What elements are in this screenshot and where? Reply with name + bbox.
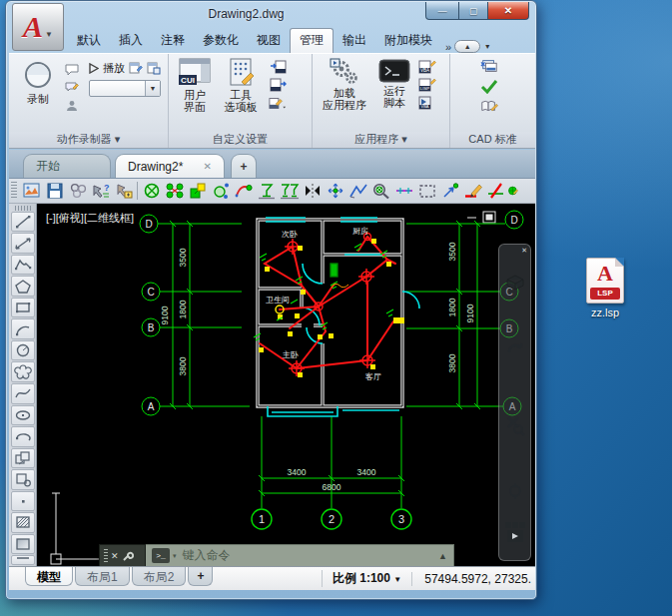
check-standards-icon[interactable] [480, 78, 498, 94]
command-history-icon[interactable]: ▲ [438, 551, 447, 561]
panel-title-applications[interactable]: 应用程序 ▾ [313, 132, 449, 148]
point-arrow-icon[interactable] [438, 181, 461, 202]
toolstrip-grip[interactable] [15, 206, 31, 211]
drawing-canvas[interactable]: [-][俯视][二维线框] [9, 204, 535, 566]
tab-addins[interactable]: 附加模块 [375, 29, 441, 53]
polyline-icon[interactable] [11, 255, 35, 276]
tool-palettes-button[interactable]: 工具 选项板 [219, 58, 263, 113]
tab-output[interactable]: 输出 [334, 29, 375, 53]
configure-standards-icon[interactable] [480, 58, 498, 74]
tab-overflow-icon[interactable]: » [445, 41, 449, 53]
glass-single-icon[interactable] [255, 181, 278, 202]
lamp-icon[interactable] [140, 181, 163, 202]
ribbon-minimize-caret-icon[interactable]: ▾ [485, 42, 489, 51]
ellipse-arc-icon[interactable] [11, 426, 35, 447]
assist-query-icon[interactable]: ? [89, 181, 112, 202]
macro-select-combobox[interactable]: ▼ [89, 80, 161, 97]
tab-close-icon[interactable]: ✕ [204, 161, 212, 172]
polygon-icon[interactable] [11, 276, 35, 297]
layout1-tab[interactable]: 布局1 [75, 567, 130, 586]
run-vba-macro-icon[interactable]: VBA [418, 95, 436, 111]
lisp-editor-icon[interactable]: LISP [418, 77, 436, 93]
circle-icon[interactable] [11, 340, 35, 361]
zoom-icon[interactable] [499, 414, 530, 440]
ribbon-minimize-button[interactable]: ▲ [454, 40, 480, 53]
rings-icon[interactable] [66, 181, 89, 202]
gradient-icon[interactable] [11, 534, 35, 555]
export-cui-icon[interactable] [269, 77, 287, 93]
layer-translator-icon[interactable] [480, 98, 498, 114]
spline-icon[interactable] [11, 383, 35, 404]
hatch-icon[interactable] [11, 512, 35, 533]
edit-pgp-icon[interactable] [269, 95, 287, 111]
command-input[interactable]: >_ ▾ 键入命令 ▲ [146, 544, 454, 566]
create-block-icon[interactable] [11, 469, 35, 490]
arc-node-icon[interactable] [232, 181, 255, 202]
model-tab[interactable]: 模型 [25, 567, 73, 586]
application-menu-button[interactable]: A ▼ [12, 3, 64, 51]
user-icon[interactable] [63, 98, 81, 114]
vba-manager-icon[interactable]: VBA [418, 59, 436, 75]
import-cui-icon[interactable] [269, 59, 287, 75]
assist-edit-icon[interactable] [112, 181, 135, 202]
tab-insert[interactable]: 插入 [110, 29, 152, 53]
insert-block-icon[interactable] [11, 448, 35, 469]
record-button[interactable]: 录制 [17, 60, 59, 105]
erase-wire-icon[interactable] [484, 181, 507, 202]
panel-title-customization[interactable]: 自定义设置 [169, 132, 312, 148]
prompt-caret-icon[interactable]: ▾ [173, 552, 177, 560]
lamp-array-icon[interactable] [163, 181, 186, 202]
play-label[interactable]: 播放 [103, 61, 125, 76]
panel-title-action-recorder[interactable]: 动作录制器 ▾ [9, 132, 168, 148]
bend-line-icon[interactable] [346, 181, 369, 202]
macro-edit-icon[interactable] [129, 62, 143, 75]
command-line-grip[interactable]: ✕ [99, 544, 146, 566]
mirror-icon[interactable] [301, 181, 324, 202]
arc-icon[interactable] [11, 318, 35, 339]
block-flag-icon[interactable] [186, 181, 209, 202]
rectangle-icon[interactable] [11, 298, 35, 318]
showmotion-icon[interactable] [499, 520, 530, 548]
tab-manage[interactable]: 管理 [290, 28, 334, 53]
command-close-icon[interactable]: ✕ [111, 551, 119, 561]
cad-image-icon[interactable] [20, 181, 43, 202]
pan-icon[interactable] [499, 340, 530, 364]
tab-default[interactable]: 默认 [68, 29, 110, 53]
navbar-close-icon[interactable]: ✕ [521, 247, 527, 255]
revision-cloud-icon[interactable] [11, 361, 35, 382]
user-interface-button[interactable]: CUI 用户 界面 [175, 58, 215, 113]
insert-message-icon[interactable] [63, 80, 81, 96]
panel-title-cad-standards[interactable]: CAD 标准 [450, 132, 535, 148]
navigation-bar[interactable]: ✕ [498, 244, 531, 561]
point-icon[interactable] [11, 491, 35, 512]
minimize-button[interactable]: — [425, 2, 459, 20]
glass-double-icon[interactable] [278, 181, 301, 202]
globe-edit-icon[interactable] [507, 181, 519, 202]
ellipse-icon[interactable] [11, 405, 35, 426]
tab-annotate[interactable]: 注释 [152, 29, 194, 53]
tab-parametric[interactable]: 参数化 [194, 29, 248, 53]
span-line-icon[interactable] [392, 181, 415, 202]
new-drawing-tab-button[interactable]: + [231, 154, 257, 178]
save-icon[interactable] [43, 181, 66, 202]
macro-manage-icon[interactable] [147, 62, 161, 75]
desktop-icon-zz-lsp[interactable]: A LSP zz.lsp [577, 258, 633, 318]
selection-box-icon[interactable] [415, 181, 438, 202]
load-application-button[interactable]: 加载 应用程序 [317, 58, 372, 111]
tab-view[interactable]: 视图 [248, 29, 290, 53]
zoom-lamp-icon[interactable] [369, 181, 392, 202]
new-layout-button[interactable]: + [188, 567, 213, 586]
construction-line-icon[interactable] [11, 233, 35, 254]
region-icon[interactable] [11, 555, 35, 565]
file-tab-start[interactable]: 开始 [23, 154, 111, 178]
navigation-wheel-icon[interactable] [499, 273, 530, 297]
viewport-corner-controls[interactable] [467, 212, 495, 223]
close-button[interactable]: ✕ [488, 2, 529, 20]
maximize-button[interactable]: ▢ [459, 2, 488, 20]
toolbar-grip[interactable] [11, 182, 17, 200]
move-node-icon[interactable] [324, 181, 346, 202]
node-circle-icon[interactable] [209, 181, 232, 202]
orbit-icon[interactable] [499, 482, 530, 504]
line-icon[interactable] [11, 212, 35, 233]
speech-bubble-icon[interactable] [63, 62, 81, 78]
